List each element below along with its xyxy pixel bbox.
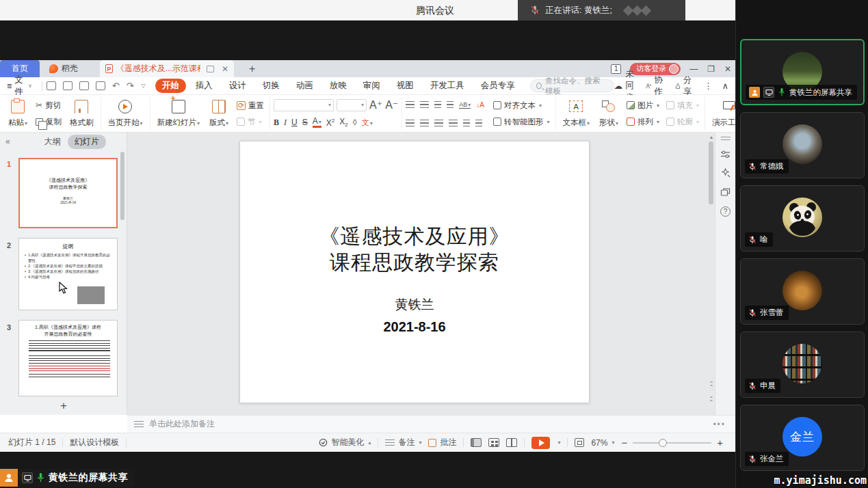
comments-button[interactable]: 批注: [428, 437, 456, 448]
strip-handle-icon[interactable]: [721, 137, 731, 140]
font-size-select[interactable]: ▾: [337, 99, 367, 111]
slide-sorter-view-button[interactable]: [488, 438, 499, 447]
decrease-indent-button[interactable]: [434, 101, 441, 108]
file-menu[interactable]: ≡ 文件 ∨: [0, 74, 38, 98]
menu-item-insert[interactable]: 插入: [189, 79, 220, 93]
outline-button[interactable]: 轮廓▾: [664, 116, 701, 128]
menu-item-animation[interactable]: 动画: [289, 79, 320, 93]
slide-date[interactable]: 2021-8-16: [240, 319, 589, 335]
panel-collapse-button[interactable]: «: [5, 137, 10, 146]
shapes-button[interactable]: 形状▾: [596, 97, 622, 130]
new-tab-button[interactable]: +: [249, 63, 255, 75]
video-tile[interactable]: 常德娥: [740, 112, 865, 178]
menu-item-member[interactable]: 会员专享: [474, 79, 522, 93]
duplicate-slide-icon[interactable]: [720, 187, 731, 198]
align-left-button[interactable]: [406, 120, 415, 126]
strikethrough-button[interactable]: S: [302, 118, 308, 127]
font-color-button[interactable]: A▾: [313, 118, 321, 128]
tab-document[interactable]: P 《遥感技术及...示范课程建设 ✕: [100, 60, 234, 77]
template-name[interactable]: 默认设计模板: [70, 437, 119, 448]
slide-thumbnail-2[interactable]: 提纲 1.高职《遥感技术及应用》课程开展思政教育的必要性 2.《遥感技术及应用》…: [18, 238, 118, 310]
menu-item-review[interactable]: 审阅: [356, 79, 387, 93]
normal-view-button[interactable]: [471, 438, 482, 447]
canvas-scrollbar[interactable]: [709, 141, 713, 204]
slide-thumbnail-3[interactable]: 1.高职《遥感技术及应用》课程开展思政教育的必要性: [18, 320, 118, 396]
picture-button[interactable]: 图片▾: [624, 100, 661, 111]
notes-more-icon[interactable]: •••: [713, 420, 726, 429]
print-icon[interactable]: [79, 81, 89, 90]
undo-icon[interactable]: ↶: [112, 81, 120, 91]
zoom-slider-knob[interactable]: [659, 439, 667, 447]
slide-title[interactable]: 《遥感技术及应用》 课程思政教学探索: [240, 223, 589, 275]
copy-button[interactable]: 复制: [34, 116, 64, 128]
zoom-in-button[interactable]: +: [717, 437, 723, 448]
menu-item-devtools[interactable]: 开发工具: [423, 79, 471, 93]
help-icon[interactable]: ?: [720, 206, 731, 217]
slide-author[interactable]: 黄铁兰: [240, 296, 589, 314]
fill-button[interactable]: 填充▾: [664, 100, 701, 111]
print-preview-icon[interactable]: [96, 81, 105, 90]
paste-button[interactable]: 粘贴▾: [5, 97, 31, 130]
reset-button[interactable]: ⟳重置: [235, 100, 266, 111]
collaborate-button[interactable]: 协作: [646, 74, 666, 98]
slide-thumbnail-1[interactable]: 《遥感技术及应用》 课程思政教学探索 黄铁兰 2021-8-16: [18, 158, 118, 228]
line-spacing-button[interactable]: ↓A: [476, 101, 484, 109]
distribute-button[interactable]: [463, 120, 470, 126]
command-search-input[interactable]: 查找命令、搜索模板: [530, 79, 614, 92]
zoom-level[interactable]: 67%▾: [591, 438, 614, 448]
clear-format-button[interactable]: ◊: [353, 118, 357, 127]
save-icon[interactable]: [47, 81, 56, 90]
menu-item-slideshow[interactable]: 放映: [323, 79, 354, 93]
tab-slides[interactable]: 幻灯片: [68, 135, 106, 149]
zoom-out-button[interactable]: −: [621, 437, 627, 448]
scroll-up-icon[interactable]: ▲: [709, 135, 714, 139]
notes-toggle-button[interactable]: 备注▾: [385, 437, 421, 448]
beautify-wand-icon[interactable]: [720, 168, 731, 178]
present-tools-button[interactable]: 演示工具▾: [709, 97, 735, 130]
slideshow-play-button[interactable]: [531, 437, 550, 449]
output-pdf-icon[interactable]: [63, 81, 73, 90]
share-button[interactable]: 分享: [675, 74, 695, 98]
video-tile-sharer[interactable]: 黄铁兰的屏幕共享: [740, 39, 865, 105]
justify-button[interactable]: [449, 120, 458, 126]
tab-close-icon[interactable]: ✕: [222, 64, 228, 74]
bold-button[interactable]: B: [274, 118, 279, 128]
tab-docer[interactable]: 稻壳: [40, 60, 88, 77]
superscript-button[interactable]: X2: [326, 118, 334, 128]
previous-slide-button[interactable]: ⌃⌃: [708, 383, 715, 390]
collapse-ribbon-icon[interactable]: ∧: [722, 81, 728, 91]
format-painter-button[interactable]: 格式刷: [66, 97, 97, 130]
fit-window-button[interactable]: [575, 438, 584, 447]
arrange-button[interactable]: 排列▾: [624, 116, 661, 128]
subscript-button[interactable]: X2: [339, 117, 347, 128]
reading-view-button[interactable]: [506, 438, 517, 447]
bullet-list-button[interactable]: [406, 101, 415, 108]
current-slide[interactable]: 《遥感技术及应用》 课程思政教学探索 黄铁兰 2021-8-16: [239, 141, 590, 403]
cut-button[interactable]: ✂剪切: [34, 100, 64, 111]
decrease-font-button[interactable]: A⁻: [385, 98, 398, 111]
paragraph-spacing-button[interactable]: [475, 120, 482, 126]
increase-indent-button[interactable]: [447, 101, 453, 108]
text-tool-button[interactable]: 文▾: [362, 118, 373, 128]
new-slide-button[interactable]: 新建幻灯片▾: [154, 97, 204, 130]
quickbar-more-icon[interactable]: ▽: [142, 83, 146, 89]
play-from-current-button[interactable]: 当页开始▾: [105, 97, 146, 130]
next-slide-button[interactable]: ⌃⌃: [708, 393, 715, 400]
video-tile[interactable]: 申晨: [740, 331, 865, 398]
italic-button[interactable]: I: [284, 118, 287, 128]
numbered-list-button[interactable]: [420, 101, 429, 108]
play-options-icon[interactable]: ▾: [557, 439, 560, 446]
section-button[interactable]: 节▾: [235, 116, 266, 128]
beautify-button[interactable]: 智能美化▴: [319, 437, 371, 448]
underline-button[interactable]: U: [291, 118, 298, 127]
text-direction-button[interactable]: AB▾: [459, 101, 471, 109]
notes-bar[interactable]: 单击此处添加备注 •••: [127, 415, 735, 433]
align-center-button[interactable]: [420, 120, 429, 126]
menu-item-design[interactable]: 设计: [222, 79, 253, 93]
to-smartart-button[interactable]: 转智能图形▾: [491, 116, 552, 128]
add-slide-button[interactable]: +: [60, 399, 67, 413]
increase-font-button[interactable]: A⁺: [369, 98, 382, 111]
video-tile[interactable]: 金兰 张金兰: [740, 405, 865, 471]
align-right-button[interactable]: [434, 120, 443, 126]
panel-scrollbar[interactable]: [120, 152, 124, 220]
